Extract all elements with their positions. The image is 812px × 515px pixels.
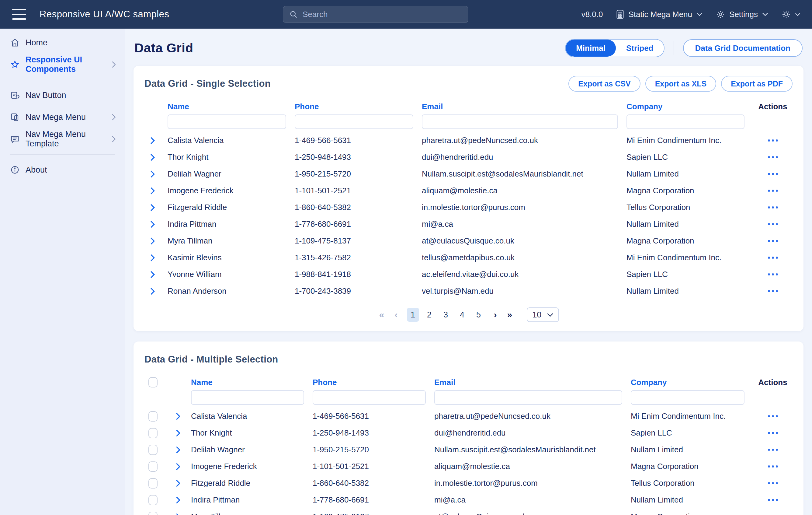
table-row[interactable]: Delilah Wagner1-950-215-5720Nullam.susci… — [144, 166, 792, 182]
column-header-label[interactable]: Company — [631, 378, 667, 387]
row-checkbox[interactable] — [148, 495, 157, 505]
email-filter-input[interactable] — [434, 390, 622, 405]
name-filter-input[interactable] — [168, 114, 286, 129]
pagination-last-button[interactable]: » — [506, 309, 514, 320]
table-row[interactable]: Thor Knight1-250-948-1493dui@hendreritid… — [144, 149, 792, 166]
expand-row-icon[interactable] — [150, 237, 155, 245]
static-mega-menu-button[interactable]: Static Mega Menu — [616, 9, 702, 19]
table-row[interactable]: Kasimir Blevins1-315-426-7582tellus@amet… — [144, 249, 792, 266]
expand-row-icon[interactable] — [150, 204, 155, 212]
table-row[interactable]: Calista Valencia1-469-566-5631pharetra.u… — [144, 132, 792, 149]
table-row[interactable]: Indira Pittman1-778-680-6691mi@a.caNulla… — [144, 216, 792, 233]
table-row[interactable]: Ronan Anderson1-700-243-3839vel.turpis@N… — [144, 283, 792, 299]
row-actions-button[interactable] — [768, 499, 778, 501]
pagination-page-5[interactable]: 5 — [473, 308, 485, 322]
table-row[interactable]: Indira Pittman1-778-680-6691mi@a.caNulla… — [144, 492, 792, 508]
theme-toggle-button[interactable] — [782, 10, 801, 19]
sidebar-item-nav-mega-menu[interactable]: Nav Mega Menu — [0, 106, 125, 128]
data-grid-documentation-button[interactable]: Data Grid Documentation — [683, 39, 803, 57]
row-actions-button[interactable] — [768, 190, 778, 192]
column-header-label[interactable]: Name — [168, 102, 189, 111]
row-actions-button[interactable] — [768, 415, 778, 417]
row-actions-button[interactable] — [768, 206, 778, 209]
column-header-label[interactable]: Phone — [313, 378, 337, 387]
company-filter-input[interactable] — [631, 390, 745, 405]
sidebar-item-responsive-ui-components[interactable]: Responsive UI Components — [0, 54, 125, 76]
row-checkbox[interactable] — [148, 445, 157, 455]
expand-row-icon[interactable] — [175, 496, 181, 504]
pagination-page-1[interactable]: 1 — [407, 308, 419, 322]
column-header-label[interactable]: Email — [422, 102, 443, 111]
table-row[interactable]: Myra Tillman1-109-475-8137at@eulacusQuis… — [144, 508, 792, 515]
export-button[interactable]: Export as PDF — [721, 76, 792, 91]
pagination-page-2[interactable]: 2 — [423, 308, 435, 322]
row-actions-button[interactable] — [768, 173, 778, 175]
row-actions-button[interactable] — [768, 139, 778, 141]
table-row[interactable]: Imogene Frederick1-101-501-2521aliquam@m… — [144, 182, 792, 199]
sidebar-item-nav-button[interactable]: Nav Button — [0, 84, 125, 106]
menu-icon[interactable] — [12, 9, 27, 20]
select-all-checkbox[interactable] — [148, 377, 157, 387]
phone-filter-input[interactable] — [295, 114, 413, 129]
row-checkbox[interactable] — [148, 411, 157, 422]
phone-filter-input[interactable] — [313, 390, 426, 405]
row-actions-button[interactable] — [768, 223, 778, 225]
expand-row-icon[interactable] — [150, 254, 155, 262]
table-row[interactable]: Delilah Wagner1-950-215-5720Nullam.susci… — [144, 441, 792, 458]
expand-row-icon[interactable] — [150, 137, 155, 144]
export-button[interactable]: Export as XLS — [645, 76, 717, 91]
search-input[interactable] — [302, 10, 462, 19]
row-actions-button[interactable] — [768, 465, 778, 467]
expand-row-icon[interactable] — [175, 513, 181, 515]
expand-row-icon[interactable] — [150, 220, 155, 228]
row-checkbox[interactable] — [148, 512, 157, 515]
column-header-label[interactable]: Company — [627, 102, 662, 111]
expand-row-icon[interactable] — [175, 429, 181, 437]
column-header-label[interactable]: Phone — [295, 102, 319, 111]
expand-row-icon[interactable] — [175, 446, 181, 454]
pagination-page-3[interactable]: 3 — [440, 308, 452, 322]
row-actions-button[interactable] — [768, 290, 778, 292]
expand-row-icon[interactable] — [150, 287, 155, 295]
settings-button[interactable]: Settings — [716, 10, 768, 19]
sidebar-item-home[interactable]: Home — [0, 32, 125, 54]
view-striped-button[interactable]: Striped — [616, 39, 664, 57]
row-actions-button[interactable] — [768, 240, 778, 242]
row-checkbox[interactable] — [148, 428, 157, 438]
sidebar-item-about[interactable]: About — [0, 159, 125, 181]
row-checkbox[interactable] — [148, 478, 157, 489]
view-minimal-button[interactable]: Minimal — [566, 39, 616, 57]
row-actions-button[interactable] — [768, 273, 778, 275]
expand-row-icon[interactable] — [150, 170, 155, 178]
row-actions-button[interactable] — [768, 432, 778, 434]
table-row[interactable]: Fitzgerald Riddle1-860-640-5382in.molest… — [144, 475, 792, 492]
company-filter-input[interactable] — [627, 114, 745, 129]
table-row[interactable]: Fitzgerald Riddle1-860-640-5382in.molest… — [144, 199, 792, 216]
sidebar-item-nav-mega-menu-template[interactable]: Nav Mega Menu Template — [0, 128, 125, 150]
email-filter-input[interactable] — [422, 114, 618, 129]
row-checkbox[interactable] — [148, 461, 157, 472]
table-row[interactable]: Yvonne William1-988-841-1918ac.eleifend.… — [144, 266, 792, 283]
table-row[interactable]: Imogene Frederick1-101-501-2521aliquam@m… — [144, 458, 792, 475]
row-actions-button[interactable] — [768, 156, 778, 158]
expand-row-icon[interactable] — [150, 187, 155, 195]
column-header-label[interactable]: Name — [191, 378, 212, 387]
row-actions-button[interactable] — [768, 449, 778, 451]
pagination-first-button[interactable]: « — [378, 309, 386, 320]
pagination-prev-button[interactable]: ‹ — [394, 309, 399, 320]
expand-row-icon[interactable] — [150, 271, 155, 278]
expand-row-icon[interactable] — [175, 479, 181, 487]
name-filter-input[interactable] — [191, 390, 304, 405]
search-box[interactable] — [283, 6, 468, 23]
pagination-next-button[interactable]: › — [493, 309, 498, 320]
row-actions-button[interactable] — [768, 482, 778, 484]
table-row[interactable]: Myra Tillman1-109-475-8137at@eulacusQuis… — [144, 233, 792, 249]
page-size-select[interactable]: 10 — [527, 307, 559, 322]
row-actions-button[interactable] — [768, 256, 778, 259]
table-row[interactable]: Calista Valencia1-469-566-5631pharetra.u… — [144, 408, 792, 425]
pagination-page-4[interactable]: 4 — [456, 308, 468, 322]
export-button[interactable]: Export as CSV — [569, 76, 640, 91]
expand-row-icon[interactable] — [150, 154, 155, 161]
table-row[interactable]: Thor Knight1-250-948-1493dui@hendreritid… — [144, 425, 792, 441]
expand-row-icon[interactable] — [175, 412, 181, 421]
